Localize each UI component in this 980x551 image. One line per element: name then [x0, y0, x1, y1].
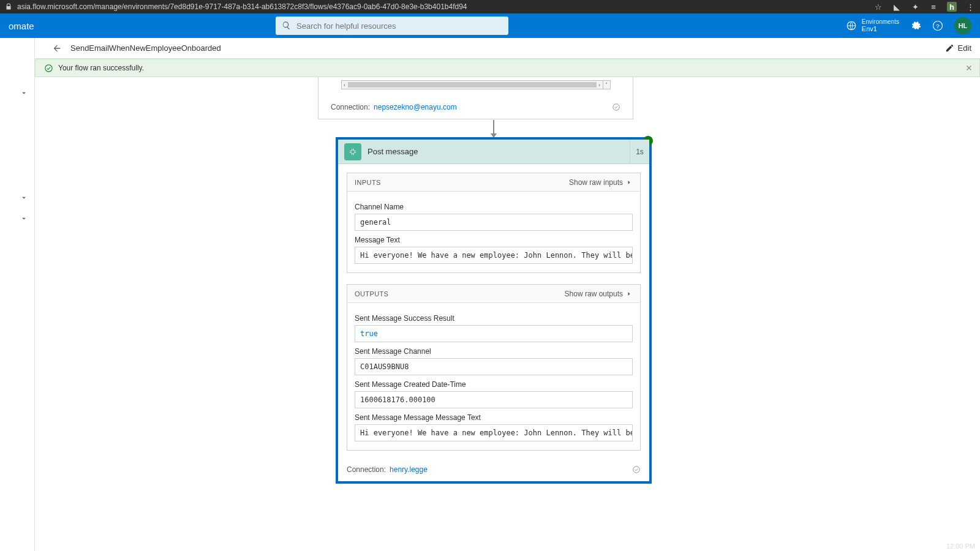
field-value: Hi everyone! We have a new employee: Joh…: [355, 247, 633, 264]
field-value: general: [355, 214, 633, 231]
inputs-section: INPUTS Show raw inputs Channel Name gene…: [347, 173, 641, 273]
field-label: Sent Message Success Result: [355, 314, 633, 323]
field-value: Hi everyone! We have a new employee: Joh…: [355, 424, 633, 441]
flow-canvas: ‹›˅ Connection: nepsezekno@enayu.com Pos…: [35, 77, 980, 551]
field-value: true: [355, 325, 633, 342]
search-input[interactable]: [276, 17, 508, 35]
pencil-icon: [945, 43, 954, 53]
field-label: Sent Message Channel: [355, 347, 633, 356]
outputs-heading: OUTPUTS: [355, 290, 388, 298]
show-raw-outputs[interactable]: Show raw outputs: [565, 290, 633, 298]
svg-text:?: ?: [936, 23, 940, 29]
flow-title-bar: SendEmailWhenNewEmployeeOnboarded Edit: [0, 38, 980, 59]
search-container: [276, 17, 508, 35]
tag-icon[interactable]: ◣: [892, 2, 902, 12]
success-banner: Your flow ran successfully.: [35, 59, 980, 77]
lock-icon: [5, 3, 12, 10]
inputs-heading: INPUTS: [355, 179, 381, 186]
edit-label: Edit: [958, 43, 971, 53]
connection-link[interactable]: henry.legge: [390, 465, 428, 474]
star-icon[interactable]: ☆: [873, 2, 883, 12]
left-nav-rail: [0, 38, 35, 551]
avatar[interactable]: HL: [954, 17, 971, 34]
environment-picker[interactable]: EnvironmentsEnv1: [846, 18, 899, 32]
chevron-down-icon[interactable]: [20, 193, 28, 202]
connection-link[interactable]: nepsezekno@enayu.com: [374, 103, 457, 111]
edit-button[interactable]: Edit: [945, 43, 971, 53]
close-icon[interactable]: [965, 64, 973, 72]
browser-extension-icons: ☆ ◣ ✦ ≡ h ⋮: [873, 2, 975, 12]
horizontal-scrollbar[interactable]: ‹›˅: [341, 80, 611, 89]
chevron-down-icon[interactable]: [20, 214, 28, 223]
environment-icon: [846, 20, 857, 31]
connection-label: Connection:: [331, 103, 370, 111]
card-header[interactable]: Post message 1s: [338, 140, 649, 164]
check-circle-icon: [632, 465, 641, 474]
outputs-section: OUTPUTS Show raw outputs Sent Message Su…: [347, 284, 641, 451]
flow-name: SendEmailWhenNewEmployeeOnboarded: [70, 43, 221, 53]
svg-point-3: [45, 64, 52, 71]
svg-point-4: [613, 104, 620, 111]
search-icon: [282, 21, 291, 30]
check-circle-icon: [44, 64, 53, 73]
env-name: Env1: [862, 25, 899, 32]
card-duration: 1s: [630, 140, 649, 163]
field-label: Sent Message Created Date-Time: [355, 380, 633, 389]
svg-point-5: [633, 467, 640, 473]
connection-label: Connection:: [347, 465, 386, 474]
flow-arrow: [493, 120, 494, 137]
url-text: asia.flow.microsoft.com/manage/environme…: [17, 2, 869, 11]
post-message-card: Post message 1s INPUTS Show raw inputs C…: [336, 137, 652, 484]
chevron-right-icon: [625, 290, 633, 298]
field-value: 1600618176.000100: [355, 391, 633, 408]
help-icon[interactable]: ?: [932, 20, 943, 31]
reader-icon[interactable]: ≡: [929, 2, 938, 12]
app-header: omate EnvironmentsEnv1 ? HL: [0, 13, 980, 38]
profile-badge[interactable]: h: [947, 2, 957, 12]
card-title: Post message: [368, 147, 418, 156]
field-label: Channel Name: [355, 203, 633, 211]
app-brand: omate: [9, 21, 34, 31]
gear-icon[interactable]: [910, 20, 921, 31]
puzzle-icon[interactable]: ✦: [910, 2, 920, 12]
env-label: Environments: [862, 18, 899, 25]
chevron-down-icon[interactable]: [20, 89, 28, 97]
field-value: C01AUS9BNU8: [355, 358, 633, 375]
slack-icon: [344, 143, 361, 160]
taskbar-clock: 12:00 PM: [946, 542, 975, 550]
show-raw-inputs[interactable]: Show raw inputs: [569, 178, 633, 187]
field-label: Sent Message Message Message Text: [355, 413, 633, 422]
back-icon[interactable]: [52, 43, 62, 53]
field-label: Message Text: [355, 236, 633, 244]
banner-text: Your flow ran successfully.: [58, 64, 144, 72]
chevron-right-icon: [625, 179, 633, 186]
browser-address-bar: asia.flow.microsoft.com/manage/environme…: [0, 0, 980, 13]
kebab-icon[interactable]: ⋮: [965, 2, 975, 12]
previous-action-card[interactable]: ‹›˅ Connection: nepsezekno@enayu.com: [318, 77, 633, 119]
check-circle-icon: [612, 103, 620, 111]
